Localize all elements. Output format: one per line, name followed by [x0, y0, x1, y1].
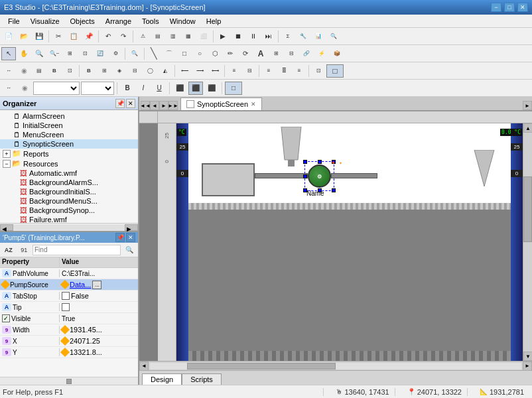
- save-btn[interactable]: 💾: [32, 30, 46, 43]
- prop-checkbox[interactable]: [62, 292, 70, 300]
- tree-item-alarmscreen[interactable]: 🗒 AlarmScreen: [0, 111, 138, 121]
- tb-b4[interactable]: ▦: [181, 30, 196, 43]
- props-search-input[interactable]: [33, 245, 121, 255]
- tb-e4[interactable]: B: [47, 64, 62, 78]
- tb-b1[interactable]: ⚠: [135, 30, 150, 43]
- bottom-tab-design[interactable]: Design: [142, 373, 182, 385]
- prop-row-pathvolume[interactable]: A PathVolume C:\E3Trai...: [0, 268, 138, 279]
- organizer-hscroll[interactable]: ◄ ►: [0, 223, 138, 231]
- tb-b2[interactable]: ▤: [151, 30, 165, 43]
- zoom-fit[interactable]: ⊞: [62, 47, 77, 60]
- close-button[interactable]: ✕: [517, 3, 528, 12]
- paste-btn[interactable]: 📌: [82, 30, 96, 43]
- tb-d3[interactable]: 🔍: [127, 47, 142, 60]
- tb-e6[interactable]: B: [82, 64, 96, 78]
- tb-d5[interactable]: ⌒: [162, 47, 176, 60]
- tb-e2[interactable]: ◉: [17, 64, 31, 78]
- new-btn[interactable]: 📄: [1, 30, 16, 43]
- tab-nav-first[interactable]: ◄◄: [141, 101, 150, 110]
- ellipse-tool[interactable]: ○: [192, 47, 207, 60]
- menu-objects[interactable]: Objects: [65, 16, 100, 27]
- tb-e20[interactable]: ⊡: [311, 64, 326, 78]
- tb-e12[interactable]: ⟵: [177, 64, 192, 78]
- menu-arrange[interactable]: Arrange: [100, 16, 137, 27]
- menu-visualize[interactable]: Visualize: [25, 16, 65, 27]
- tree-item-synopticscreen[interactable]: 🗒 SynopticScreen: [0, 139, 138, 149]
- menu-help[interactable]: Help: [201, 16, 227, 27]
- handle-tl[interactable]: [303, 160, 307, 164]
- canvas-vscroll[interactable]: ▲ ▼: [523, 123, 532, 361]
- tree-item-bg-synop[interactable]: 🖼 BackgroundSynop...: [0, 206, 138, 215]
- tb-e13[interactable]: ⟶: [192, 64, 207, 78]
- prop-ellipsis-btn[interactable]: ...: [92, 281, 101, 289]
- zoom-in-tool[interactable]: 🔍: [32, 47, 46, 60]
- tb-d11[interactable]: 📦: [330, 47, 344, 60]
- tb-b11[interactable]: 🔧: [296, 30, 310, 43]
- prop-row-y[interactable]: 9 Y 13321.8...: [0, 347, 138, 358]
- pencil-tool[interactable]: ✏: [223, 47, 237, 60]
- prop-link[interactable]: Data...: [70, 281, 91, 289]
- tb-d9[interactable]: 🔗: [299, 47, 314, 60]
- tb-e18[interactable]: ≣: [277, 64, 291, 78]
- tree-item-bg-alarm[interactable]: 🖼 BackgroundAlarmS...: [0, 178, 138, 187]
- tb-e5[interactable]: ⊡: [62, 64, 77, 78]
- font-select[interactable]: [33, 82, 80, 95]
- tb-b3[interactable]: ▥: [166, 30, 180, 43]
- tb-e11[interactable]: ◭: [158, 64, 172, 78]
- sort-num-btn[interactable]: 91: [17, 243, 32, 257]
- menu-window[interactable]: Window: [165, 16, 201, 27]
- expand-icon[interactable]: +: [3, 150, 11, 158]
- vscroll-thumb[interactable]: [523, 176, 532, 242]
- prop-checkbox-2[interactable]: [62, 303, 70, 311]
- sort-az-btn[interactable]: AZ: [1, 243, 16, 257]
- hscroll-left[interactable]: ◄: [139, 362, 149, 371]
- menu-file[interactable]: File: [3, 16, 25, 27]
- tb-e17[interactable]: ≡: [261, 64, 276, 78]
- handle-l[interactable]: [303, 174, 307, 178]
- tree-item-bg-initial[interactable]: 🖼 BackgroundInitialS...: [0, 187, 138, 196]
- tb-d2[interactable]: ⚙: [108, 47, 123, 60]
- maximize-button[interactable]: □: [504, 3, 515, 12]
- cut-btn[interactable]: ✂: [51, 30, 66, 43]
- prop-row-width[interactable]: 9 Width 1931.45...: [0, 324, 138, 336]
- vscroll-down[interactable]: ▼: [523, 352, 532, 361]
- canvas-hscroll[interactable]: ◄ ►: [139, 361, 532, 370]
- tb-e8[interactable]: ◈: [112, 64, 127, 78]
- zoom-sel[interactable]: ⊡: [78, 47, 92, 60]
- tb-b7[interactable]: ⏹: [231, 30, 245, 43]
- organizer-close[interactable]: ✕: [126, 99, 135, 108]
- tb-e7[interactable]: ⊞: [97, 64, 111, 78]
- hand-tool[interactable]: ✋: [17, 47, 31, 60]
- tb-e3[interactable]: ▤: [32, 64, 46, 78]
- tb-d7[interactable]: ⊞: [269, 47, 283, 60]
- tree-item-initialscreen[interactable]: 🗒 InitialScreen: [0, 121, 138, 130]
- tree-item-reports[interactable]: + 📁 Reports: [0, 149, 138, 159]
- poly-tool[interactable]: ⬡: [208, 47, 222, 60]
- props-scroll-indicator[interactable]: [0, 377, 138, 385]
- bold-btn[interactable]: B: [120, 82, 135, 95]
- copy-btn[interactable]: 📋: [66, 30, 81, 43]
- tb-d8[interactable]: ⊟: [284, 47, 299, 60]
- tb-b13[interactable]: 🔍: [326, 30, 341, 43]
- tb-b10[interactable]: Σ: [281, 30, 295, 43]
- organizer-pin[interactable]: 📌: [115, 99, 125, 108]
- prop-row-tip[interactable]: A Tip: [0, 302, 138, 313]
- align-right[interactable]: ⬛: [204, 82, 219, 95]
- tab-nav-prev[interactable]: ◄: [150, 101, 159, 110]
- tb-f2[interactable]: ◉: [17, 82, 32, 95]
- handle-t[interactable]: [318, 160, 322, 164]
- hscroll-thumb[interactable]: [187, 363, 336, 369]
- tb-d6[interactable]: ⟳: [238, 47, 253, 60]
- zoom-out-tool[interactable]: 🔍−: [47, 47, 62, 60]
- prop-row-pumpsource[interactable]: PumpSource Data... ...: [0, 279, 138, 291]
- vscroll-up[interactable]: ▲: [523, 123, 532, 133]
- scroll-left[interactable]: ◄: [0, 224, 13, 231]
- tree-item-menuscreen[interactable]: 🗒 MenuScreen: [0, 130, 138, 139]
- align-left[interactable]: ⬛: [172, 82, 187, 95]
- tb-e1[interactable]: ↔: [1, 64, 16, 78]
- tb-b9[interactable]: ⏭: [261, 30, 276, 43]
- handle-br[interactable]: [332, 188, 336, 192]
- select-tool[interactable]: ↖: [1, 47, 16, 60]
- open-btn[interactable]: 📂: [17, 30, 31, 43]
- tb-e19[interactable]: ≡: [292, 64, 306, 78]
